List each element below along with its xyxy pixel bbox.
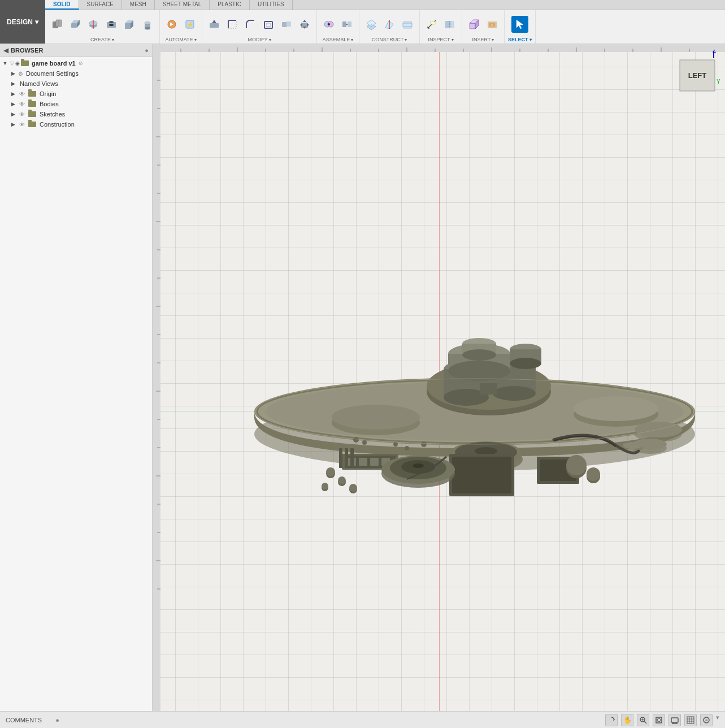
svg-rect-140 <box>452 457 511 493</box>
tree-label-doc-settings: Document Settings <box>26 70 79 77</box>
tab-solid[interactable]: SOLID <box>45 0 79 10</box>
offset-plane-btn[interactable] <box>363 16 380 33</box>
svg-point-17 <box>145 27 150 29</box>
move-btn[interactable] <box>296 16 313 33</box>
design-caret: ▾ <box>35 18 38 26</box>
tree-item-origin[interactable]: ▶ 👁 Origin <box>0 89 152 99</box>
orbit-btn[interactable] <box>605 714 618 726</box>
new-component-btn[interactable] <box>49 16 66 33</box>
rigid-group-btn[interactable] <box>338 16 355 33</box>
construct-group: CONSTRUCT ▾ <box>359 10 420 44</box>
insert-group: A INSERT ▾ <box>462 10 505 44</box>
tree-expand-root[interactable]: ▼ <box>1 59 9 67</box>
fillet-btn[interactable] <box>224 16 241 33</box>
insert-mesh-btn[interactable] <box>466 16 483 33</box>
combine-btn[interactable] <box>278 16 295 33</box>
svg-point-10 <box>109 21 114 23</box>
tree-expand-named-views[interactable]: ▶ <box>9 80 17 88</box>
svg-point-162 <box>353 437 359 443</box>
tree-label-origin: Origin <box>40 90 56 97</box>
tab-sheet-metal[interactable]: SHEET METAL <box>155 0 210 10</box>
svg-rect-137 <box>345 448 348 468</box>
automate-label: AUTOMATE ▾ <box>165 37 196 42</box>
tree-item-bodies[interactable]: ▶ 👁 Bodies <box>0 99 152 109</box>
shell-btn[interactable] <box>260 16 277 33</box>
inspect-group: INSPECT ▾ <box>420 10 462 44</box>
midplane-btn[interactable] <box>399 16 416 33</box>
svg-rect-133 <box>359 458 367 466</box>
view-cube[interactable]: Z LEFT Y <box>674 50 719 95</box>
press-pull-btn[interactable] <box>206 16 223 33</box>
folder-icon-bodies <box>28 101 36 107</box>
insert-label: INSERT ▾ <box>472 37 494 42</box>
browser-header: ◀ BROWSER ● <box>0 44 152 57</box>
folder-icon-origin <box>28 91 36 97</box>
revolve-btn[interactable] <box>85 16 102 33</box>
extrude-btn[interactable] <box>67 16 84 33</box>
plane-at-angle-btn[interactable] <box>381 16 398 33</box>
svg-point-106 <box>493 386 536 401</box>
svg-text:LEFT: LEFT <box>688 71 707 80</box>
folder-icon-sketches <box>28 111 36 117</box>
display-settings-btn[interactable] <box>668 714 681 726</box>
grid-settings-btn[interactable] <box>684 714 697 726</box>
svg-point-119 <box>574 396 658 421</box>
svg-text:Y: Y <box>717 79 720 85</box>
tree-eye-origin[interactable]: 👁 <box>18 90 26 98</box>
automate1-btn[interactable] <box>163 16 180 33</box>
tree-expand-doc[interactable]: ▶ <box>9 70 17 77</box>
automate-group: ⚡ AUTOMATE ▾ <box>160 10 202 44</box>
svg-rect-136 <box>339 448 342 468</box>
modify-label: MODIFY ▾ <box>248 37 271 42</box>
svg-point-163 <box>362 440 367 445</box>
joint-btn[interactable] <box>320 16 337 33</box>
select-btn[interactable] <box>511 16 528 33</box>
section-analysis-btn[interactable] <box>441 16 458 33</box>
svg-point-166 <box>421 441 427 447</box>
zoom-btn[interactable] <box>637 714 649 726</box>
toolbar-groups: CREATE ▾ ⚡ AUTOMATE ▾ <box>45 10 725 44</box>
appearance-btn[interactable] <box>700 714 713 726</box>
create-label: CREATE ▾ <box>90 37 114 42</box>
tree-expand-construction[interactable]: ▶ <box>9 120 17 128</box>
tree-expand-sketches[interactable]: ▶ <box>9 110 17 118</box>
viewport[interactable]: Z LEFT Y <box>153 44 725 711</box>
pan-btn[interactable]: ✋ <box>621 714 633 726</box>
tree-item-doc-settings[interactable]: ▶ ⚙ Document Settings <box>0 68 152 79</box>
tab-utilities[interactable]: UTILITIES <box>250 0 293 10</box>
svg-rect-134 <box>370 458 379 466</box>
assemble-label: ASSEMBLE ▾ <box>323 37 354 42</box>
tree-expand-origin[interactable]: ▶ <box>9 90 17 98</box>
tab-plastic[interactable]: PLASTIC <box>210 0 250 10</box>
tree-eye-bodies[interactable]: 👁 <box>18 100 26 108</box>
svg-text:Z: Z <box>713 50 716 54</box>
chamfer-btn[interactable] <box>242 16 259 33</box>
browser-panel: ◀ BROWSER ● ▼ ▽ ◉ game board v1 ⊙ ▶ ⚙ Do… <box>0 44 153 711</box>
tree-expand-bodies[interactable]: ▶ <box>9 100 17 108</box>
decal-btn[interactable]: A <box>484 16 501 33</box>
svg-rect-12 <box>125 23 131 29</box>
measure-btn[interactable] <box>423 16 440 33</box>
tree-eye-construction[interactable]: 👁 <box>18 120 26 128</box>
tree-item-root[interactable]: ▼ ▽ ◉ game board v1 ⊙ <box>0 58 152 68</box>
tree-item-construction[interactable]: ▶ 👁 Construction <box>0 119 152 129</box>
tab-mesh[interactable]: MESH <box>122 0 155 10</box>
hole-btn[interactable] <box>103 16 120 33</box>
svg-rect-31 <box>348 21 351 27</box>
tree-eye-sketches[interactable]: 👁 <box>18 110 26 118</box>
svg-rect-30 <box>342 21 346 27</box>
tree-item-sketches[interactable]: ▶ 👁 Sketches <box>0 109 152 119</box>
bottom-tools: ✋ ▾ <box>605 714 719 726</box>
svg-point-155 <box>349 484 357 492</box>
design-button[interactable]: DESIGN ▾ <box>0 0 45 44</box>
cylinder-btn[interactable] <box>139 16 156 33</box>
svg-rect-48 <box>470 23 475 29</box>
box-btn[interactable] <box>121 16 138 33</box>
construct-label: CONSTRUCT ▾ <box>372 37 407 42</box>
automate2-btn[interactable]: ⚡ <box>181 16 198 33</box>
tree-item-named-views[interactable]: ▶ Named Views <box>0 79 152 89</box>
tab-surface[interactable]: SURFACE <box>79 0 122 10</box>
svg-point-164 <box>393 442 398 447</box>
fit-btn[interactable] <box>653 714 665 726</box>
svg-point-165 <box>405 446 409 450</box>
